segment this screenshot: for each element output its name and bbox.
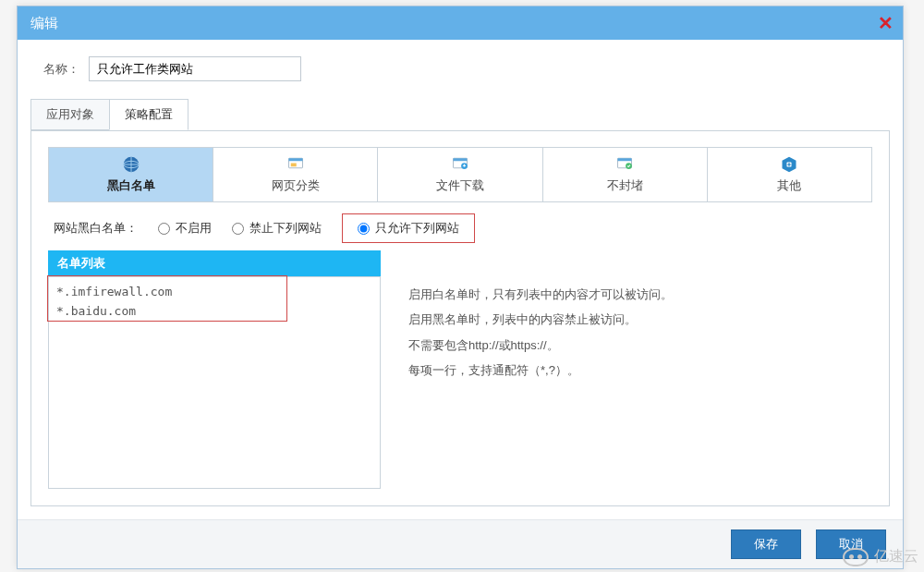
pass-icon — [614, 155, 636, 174]
radio-allow-input[interactable] — [358, 223, 370, 235]
globe-icon — [120, 155, 142, 174]
list-header: 名单列表 — [48, 250, 381, 276]
subtab-webcategory[interactable]: 网页分类 — [213, 147, 378, 202]
tab-body: 黑白名单 网页分类 文件下载 — [30, 130, 890, 506]
dialog-footer: 保存 取消 — [18, 519, 903, 568]
subtab-label: 黑白名单 — [107, 177, 155, 194]
svg-rect-3 — [288, 158, 302, 161]
radio-label: 只允许下列网站 — [375, 220, 459, 237]
tab-policy-config[interactable]: 策略配置 — [109, 99, 188, 130]
close-icon[interactable]: ✕ — [878, 14, 894, 32]
edit-dialog: 编辑 ✕ 名称： 应用对象 策略配置 黑白名单 — [17, 6, 904, 569]
svg-rect-9 — [618, 158, 632, 161]
radio-deny-input[interactable] — [232, 223, 244, 235]
help-line: 每项一行，支持通配符（*,?）。 — [408, 358, 673, 383]
subtab-blackwhite[interactable]: 黑白名单 — [48, 147, 213, 202]
radio-group-label: 网站黑白名单： — [54, 220, 138, 237]
list-column: 名单列表 *.imfirewall.com *.baidu.com — [48, 250, 381, 489]
svg-rect-6 — [454, 158, 468, 161]
dialog-title: 编辑 — [30, 15, 58, 32]
watermark-icon — [843, 548, 869, 566]
radio-allow-only[interactable]: 只允许下列网站 — [342, 213, 475, 243]
subtab-row: 黑白名单 网页分类 文件下载 — [48, 147, 872, 202]
radio-deny[interactable]: 禁止下列网站 — [232, 220, 322, 237]
tab-apply-target[interactable]: 应用对象 — [30, 99, 110, 130]
radio-row: 网站黑白名单： 不启用 禁止下列网站 只允许下列网站 — [48, 202, 872, 250]
subtab-other[interactable]: 其他 — [707, 147, 872, 202]
radio-label: 禁止下列网站 — [249, 220, 322, 237]
download-icon — [449, 155, 471, 174]
radio-disable-input[interactable] — [158, 223, 170, 235]
radio-label: 不启用 — [176, 220, 212, 237]
subtab-label: 文件下载 — [436, 177, 484, 194]
dialog-title-bar[interactable]: 编辑 ✕ — [18, 6, 903, 40]
watermark-text: 亿速云 — [874, 547, 918, 566]
save-button[interactable]: 保存 — [731, 529, 801, 559]
subtab-label: 不封堵 — [607, 177, 643, 194]
name-input[interactable] — [89, 56, 301, 81]
other-icon — [778, 155, 800, 174]
subtab-download[interactable]: 文件下载 — [377, 147, 542, 202]
help-text: 启用白名单时，只有列表中的内容才可以被访问。 启用黑名单时，列表中的内容禁止被访… — [408, 250, 673, 489]
watermark: 亿速云 — [843, 547, 918, 566]
radio-disable[interactable]: 不启用 — [158, 220, 212, 237]
name-label: 名称： — [43, 61, 79, 78]
svg-rect-4 — [291, 164, 297, 167]
subtab-label: 网页分类 — [272, 177, 320, 194]
help-line: 启用白名单时，只有列表中的内容才可以被访问。 — [408, 282, 673, 307]
list-textarea[interactable]: *.imfirewall.com *.baidu.com — [48, 276, 381, 489]
help-line: 不需要包含http://或https://。 — [408, 333, 673, 358]
subtab-label: 其他 — [777, 177, 801, 194]
webpage-icon — [285, 155, 307, 174]
name-row: 名称： — [18, 40, 903, 98]
help-line: 启用黑名单时，列表中的内容禁止被访问。 — [408, 307, 673, 332]
subtab-noblock[interactable]: 不封堵 — [542, 147, 708, 202]
tab-row: 应用对象 策略配置 — [30, 99, 890, 131]
